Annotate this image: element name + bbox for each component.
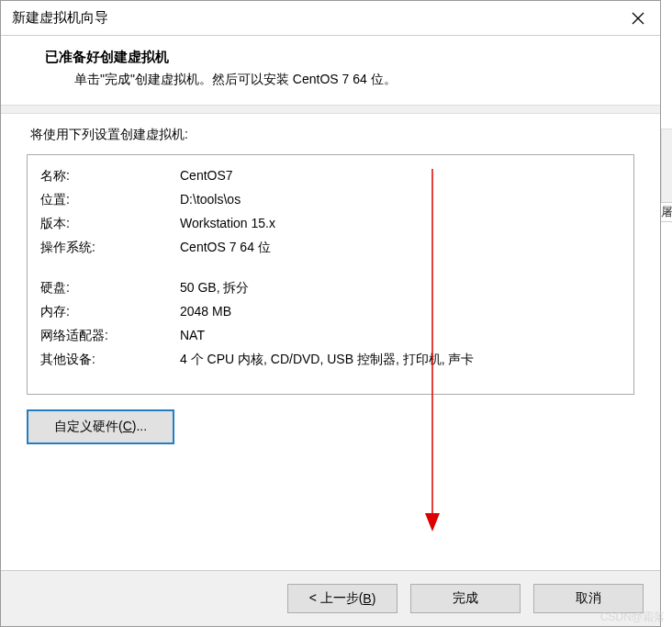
header-title: 已准备好创建虚拟机 [45, 49, 633, 66]
settings-row-network: 网络适配器: NAT [40, 324, 621, 348]
finish-button[interactable]: 完成 [410, 584, 521, 613]
settings-row-version: 版本: Workstation 15.x [40, 212, 621, 236]
content-area: 将使用下列设置创建虚拟机: 名称: CentOS7 位置: D:\tools\o… [1, 114, 660, 570]
button-label-suffix: ) [372, 591, 376, 606]
cancel-button[interactable]: 取消 [533, 584, 644, 613]
settings-val: CentOS 7 64 位 [180, 240, 621, 256]
button-label-prefix: 自定义硬件( [54, 419, 123, 433]
footer: < 上一步(B) 完成 取消 [1, 570, 660, 626]
header-section: 已准备好创建虚拟机 单击"完成"创建虚拟机。然后可以安装 CentOS 7 64… [1, 36, 660, 105]
separator [1, 105, 660, 114]
settings-val: NAT [180, 328, 621, 344]
right-edge-label: 屠 [661, 202, 672, 222]
close-button[interactable] [627, 7, 649, 29]
titlebar: 新建虚拟机向导 [1, 1, 660, 36]
settings-row-location: 位置: D:\tools\os [40, 188, 621, 212]
settings-val: 2048 MB [180, 304, 621, 320]
settings-intro-label: 将使用下列设置创建虚拟机: [27, 127, 634, 143]
custom-hardware-row: 自定义硬件(C)... [27, 409, 634, 444]
back-button[interactable]: < 上一步(B) [287, 584, 398, 613]
settings-key: 硬盘: [40, 280, 180, 297]
settings-val: 50 GB, 拆分 [180, 280, 621, 297]
settings-key: 操作系统: [40, 240, 180, 256]
settings-key: 版本: [40, 216, 180, 232]
settings-val: D:\tools\os [180, 192, 621, 208]
settings-row-name: 名称: CentOS7 [40, 164, 621, 188]
window-title: 新建虚拟机向导 [12, 9, 108, 27]
settings-key: 内存: [40, 304, 180, 320]
settings-key: 网络适配器: [40, 328, 180, 344]
close-icon [632, 12, 644, 25]
settings-key: 位置: [40, 192, 180, 208]
customize-hardware-button[interactable]: 自定义硬件(C)... [27, 409, 174, 444]
settings-key: 名称: [40, 168, 180, 185]
settings-summary-box: 名称: CentOS7 位置: D:\tools\os 版本: Workstat… [27, 154, 634, 395]
button-label-prefix: < 上一步( [309, 590, 364, 607]
button-label-key: B [363, 591, 371, 606]
button-label-key: C [123, 419, 132, 433]
settings-val: Workstation 15.x [180, 216, 621, 232]
button-label-suffix: )... [132, 419, 147, 433]
header-subtitle: 单击"完成"创建虚拟机。然后可以安装 CentOS 7 64 位。 [45, 72, 633, 88]
settings-val: 4 个 CPU 内核, CD/DVD, USB 控制器, 打印机, 声卡 [180, 352, 621, 368]
settings-row-disk: 硬盘: 50 GB, 拆分 [40, 276, 621, 300]
settings-key: 其他设备: [40, 352, 180, 368]
settings-row-os: 操作系统: CentOS 7 64 位 [40, 236, 621, 260]
svg-marker-3 [425, 513, 440, 532]
settings-row-memory: 内存: 2048 MB [40, 300, 621, 324]
settings-val: CentOS7 [180, 168, 621, 185]
settings-row-other: 其他设备: 4 个 CPU 内核, CD/DVD, USB 控制器, 打印机, … [40, 348, 621, 372]
wizard-dialog: 新建虚拟机向导 已准备好创建虚拟机 单击"完成"创建虚拟机。然后可以安装 Cen… [0, 0, 661, 627]
